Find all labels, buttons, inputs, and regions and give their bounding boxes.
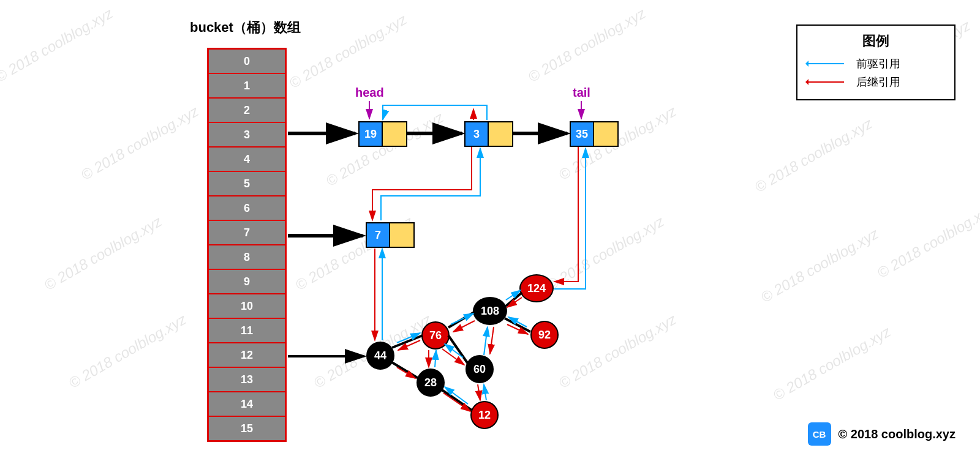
svg-line-10 [392,335,423,348]
svg-line-25 [442,349,464,365]
legend-row-prev: 前驱引用 [807,56,944,71]
tail-label: tail [573,86,590,100]
prev-arrow-icon [807,63,844,64]
tree-node-92: 92 [530,321,559,349]
bucket-cell: 5 [208,171,285,196]
watermark: © 2018 coolblog.xyz [544,213,667,294]
watermark: © 2018 coolblog.xyz [875,201,980,282]
bucket-cell: 8 [208,245,285,269]
svg-line-11 [392,362,418,378]
bucket-cell: 6 [208,196,285,220]
bucket-cell: 3 [208,122,285,147]
watermark: © 2018 coolblog.xyz [771,323,894,404]
svg-line-19 [451,313,473,324]
svg-line-26 [445,344,463,357]
tree-node-108: 108 [473,297,507,325]
watermark: © 2018 coolblog.xyz [42,213,165,294]
bucket-cell: 12 [208,343,285,367]
list-node-pad [383,122,406,146]
copyright: CB © 2018 coolblog.xyz [808,422,956,446]
bucket-cell: 7 [208,220,285,245]
copyright-text: © 2018 coolblog.xyz [839,427,956,441]
svg-line-28 [445,387,468,404]
svg-line-13 [448,335,468,364]
bucket-cell: 0 [208,49,285,73]
svg-line-23 [507,324,528,334]
svg-line-22 [507,297,522,307]
bucket-cell: 10 [208,294,285,318]
tree-node-28: 28 [417,369,445,397]
list-node-35: 35 [570,121,619,147]
cb-badge: CB [808,422,831,446]
list-node-key: 7 [367,223,390,247]
tree-node-12: 12 [470,401,499,429]
bucket-cell: 1 [208,73,285,98]
watermark: © 2018 coolblog.xyz [556,311,679,392]
bucket-cell: 4 [208,147,285,171]
svg-line-17 [397,333,420,343]
list-node-key: 35 [571,122,594,146]
tree-node-124: 124 [519,274,554,302]
next-arrow-icon [807,81,844,83]
svg-line-34 [435,350,436,367]
legend-next-text: 后继引用 [856,75,900,89]
watermark: © 2018 coolblog.xyz [287,11,410,92]
svg-line-31 [484,327,488,355]
bucket-array: 0 1 2 3 4 5 6 7 8 9 10 11 12 13 14 15 [207,48,287,442]
list-node-19: 19 [358,121,407,147]
bucket-cell: 13 [208,367,285,392]
list-node-3: 3 [464,121,513,147]
bucket-cell: 15 [208,416,285,441]
legend-prev-text: 前驱引用 [856,56,900,71]
svg-line-33 [397,367,415,378]
bucket-cell: 14 [208,392,285,416]
list-node-pad [594,122,617,146]
watermark: © 2018 coolblog.xyz [0,5,116,86]
bucket-cell: 2 [208,98,285,122]
legend-title: 图例 [807,32,944,50]
watermark: © 2018 coolblog.xyz [78,103,202,184]
tree-node-76: 76 [421,321,450,350]
svg-line-18 [398,340,420,350]
watermark: © 2018 coolblog.xyz [752,115,875,196]
svg-line-12 [441,389,472,410]
diagram-title: bucket（桶）数组 [190,18,301,37]
list-node-7: 7 [366,222,415,248]
svg-line-15 [506,293,522,306]
svg-line-14 [448,312,474,327]
legend: 图例 前驱引用 后继引用 [796,24,956,100]
list-node-key: 3 [466,122,489,146]
head-label: head [355,86,384,100]
watermark: © 2018 coolblog.xyz [526,5,649,86]
svg-line-20 [453,321,475,332]
watermark: © 2018 coolblog.xyz [66,311,189,392]
svg-line-30 [478,384,480,400]
tree-node-44: 44 [366,342,394,370]
svg-line-27 [443,393,470,411]
watermark: © 2018 coolblog.xyz [758,225,881,306]
svg-line-7 [383,113,385,119]
legend-row-next: 后继引用 [807,75,944,89]
svg-line-29 [484,384,486,400]
list-node-pad [390,223,413,247]
bucket-cell: 11 [208,318,285,343]
bucket-cell: 9 [208,269,285,294]
list-node-pad [489,122,512,146]
svg-line-24 [508,317,527,327]
svg-line-16 [505,318,530,332]
list-node-key: 19 [360,122,383,146]
tree-node-60: 60 [466,355,494,383]
svg-line-21 [506,290,521,300]
svg-line-32 [490,327,494,354]
